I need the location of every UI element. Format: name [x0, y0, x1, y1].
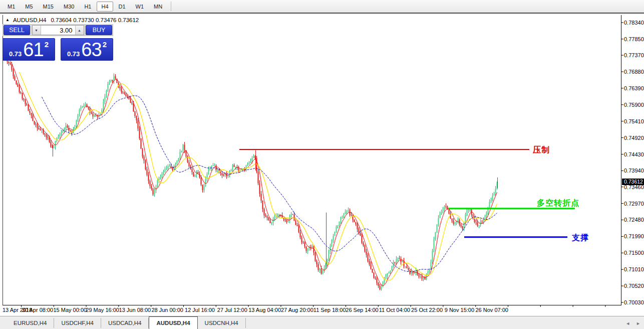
arrow-down-icon: ▼: [35, 29, 38, 32]
timeframe-button-m15[interactable]: M15: [39, 2, 58, 12]
symbol-tab-usdcnh[interactable]: USDCNH,H4: [198, 318, 246, 328]
volume-decrease-button[interactable]: ▼: [33, 26, 41, 35]
timeframe-button-h1[interactable]: H1: [80, 2, 96, 12]
arrow-up-icon: ▲: [78, 29, 81, 32]
symbol-tab-usdcad[interactable]: USDCAD,H4: [101, 318, 149, 328]
toolbar-separator: [171, 2, 171, 11]
buy-price-box[interactable]: 0.73 63 2: [61, 38, 113, 61]
tab-scroll-right-icon[interactable]: ►: [636, 321, 640, 326]
timeframe-button-w1[interactable]: W1: [131, 2, 149, 12]
symbol-tab-audusd[interactable]: AUDUSD,H4: [149, 316, 197, 329]
timeframe-button-m30[interactable]: M30: [59, 2, 79, 12]
timeframe-button-m5[interactable]: M5: [21, 2, 37, 12]
tab-scroll-arrows: ◄ ►: [625, 321, 640, 326]
sell-price-frac: 0.73: [9, 50, 22, 58]
trade-panel-controls: SELL ▼ ▲ BUY: [3, 24, 113, 36]
timeframe-button-mn[interactable]: MN: [149, 2, 167, 12]
tab-scroll-left-icon[interactable]: ◄: [625, 321, 630, 326]
buy-price-frac: 0.73: [67, 50, 80, 58]
volume-increase-button[interactable]: ▲: [75, 26, 84, 35]
buy-price-big: 63: [81, 41, 101, 59]
sell-price-box[interactable]: 0.73 61 2: [3, 38, 55, 61]
sell-button[interactable]: SELL: [4, 25, 30, 35]
buy-price-sup: 2: [103, 40, 107, 49]
one-click-trading-panel: SELL ▼ ▲ BUY 0.73 61 2 0.73 63 2: [3, 24, 113, 61]
volume-spinner: ▼ ▲: [32, 25, 84, 35]
sell-price-big: 61: [23, 41, 43, 59]
buy-button[interactable]: BUY: [86, 25, 112, 35]
symbol-tabbar: EURUSD,H4USDCHF,H4USDCAD,H4AUDUSD,H4USDC…: [0, 316, 644, 329]
timeframe-button-d1[interactable]: D1: [114, 2, 130, 12]
symbol-tab-usdchf[interactable]: USDCHF,H4: [54, 318, 101, 328]
timeframe-button-h4[interactable]: H4: [97, 2, 113, 12]
volume-input[interactable]: [41, 26, 75, 35]
trade-panel-prices: 0.73 61 2 0.73 63 2: [3, 38, 113, 61]
timeframe-button-m1[interactable]: M1: [3, 2, 20, 12]
timeframe-toolbar: M1M5M15M30H1H4D1W1MN: [0, 0, 644, 14]
symbol-tab-eurusd[interactable]: EURUSD,H4: [7, 318, 54, 328]
sell-price-sup: 2: [45, 40, 49, 49]
